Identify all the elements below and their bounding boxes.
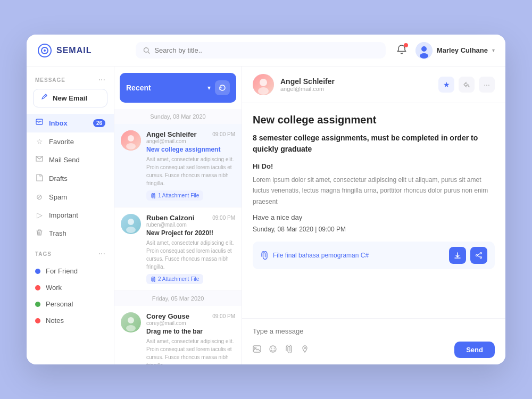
- user-name: Marley Culhane: [437, 46, 488, 54]
- email-subtitle: 8 semester college assignments, must be …: [253, 132, 495, 155]
- download-button[interactable]: [449, 247, 466, 264]
- emoji-icon[interactable]: [269, 345, 277, 355]
- tag-item-personal[interactable]: Personal: [27, 296, 114, 312]
- tag-dot-work: [35, 285, 40, 290]
- trash-icon: [35, 229, 44, 238]
- attachment-name: File final bahasa pemograman C#: [273, 252, 445, 259]
- attachment-count-2: 2 Attachment File: [158, 276, 199, 282]
- important-label: Important: [49, 211, 105, 219]
- tags-section-label: TAGS: [35, 251, 52, 257]
- email-item-2[interactable]: Ruben Calzoni 09:00 PM ruben@mail.com Ne…: [114, 207, 242, 291]
- message-section-label: MESSAGE: [35, 77, 65, 83]
- inbox-badge: 26: [93, 119, 105, 127]
- compose-area: Send: [242, 318, 505, 364]
- sidebar-item-inbox[interactable]: Inbox 26: [27, 114, 114, 132]
- tag-dot-notes: [35, 318, 40, 323]
- svg-point-12: [128, 219, 134, 225]
- send-button[interactable]: Send: [454, 342, 495, 358]
- spam-label: Spam: [49, 193, 105, 201]
- refresh-button[interactable]: [215, 80, 230, 95]
- tag-label-personal: Personal: [46, 300, 73, 308]
- sidebar-item-important[interactable]: ▷ Important: [27, 206, 114, 224]
- reply-button[interactable]: [459, 77, 475, 93]
- tags-header: TAGS ···: [27, 249, 114, 263]
- detail-sender-email: angel@mail.com: [280, 86, 432, 92]
- filter-label: Recent: [126, 84, 203, 92]
- compose-input[interactable]: [253, 325, 495, 342]
- email-addr-2: ruben@mail.com: [146, 222, 235, 228]
- star-button[interactable]: ★: [438, 77, 454, 93]
- tag-label-friend: For Friend: [46, 267, 78, 275]
- search-area[interactable]: [136, 42, 386, 59]
- inbox-label: Inbox: [49, 119, 88, 127]
- svg-point-21: [476, 255, 478, 256]
- sidebar: MESSAGE ··· New Email: [27, 66, 114, 364]
- email-sender-3: Corey Gouse: [146, 312, 189, 320]
- new-email-label: New Email: [53, 94, 87, 102]
- user-area[interactable]: Marley Culhane ▾: [415, 42, 495, 59]
- email-item-1[interactable]: Angel Schleifer 09:00 PM angel@mail.com …: [114, 124, 242, 207]
- location-icon[interactable]: [301, 345, 309, 355]
- mailsend-icon: [35, 155, 44, 164]
- filter-chevron-icon: ▾: [207, 84, 211, 92]
- important-icon: ▷: [35, 211, 44, 219]
- share-button[interactable]: [470, 247, 487, 264]
- email-body-text: Lorem ipsum dolor sit amet, consectetur …: [253, 174, 495, 207]
- message-more-icon[interactable]: ···: [98, 75, 105, 85]
- sidebar-item-drafts[interactable]: Drafts: [27, 169, 114, 188]
- email-sender-row-1: Angel Schleifer 09:00 PM: [146, 130, 235, 138]
- sidebar-item-trash[interactable]: Trash: [27, 224, 114, 243]
- notification-button[interactable]: [396, 44, 407, 56]
- more-button[interactable]: ···: [479, 77, 495, 93]
- chevron-down-icon: ▾: [492, 47, 495, 53]
- email-preview-2: Asit amet, consectetur adipiscing elit. …: [146, 239, 235, 271]
- email-detail: Angel Schleifer angel@mail.com ★ ··· New…: [242, 66, 505, 364]
- detail-avatar: [253, 74, 274, 95]
- compose-icon: [41, 94, 48, 103]
- attachment-icon[interactable]: [285, 345, 293, 355]
- main-body: MESSAGE ··· New Email: [27, 66, 505, 364]
- svg-point-16: [126, 325, 136, 331]
- svg-point-19: [258, 87, 269, 95]
- svg-point-9: [128, 135, 134, 142]
- tag-item-notes[interactable]: Notes: [27, 312, 114, 329]
- svg-point-28: [304, 347, 306, 348]
- svg-point-6: [420, 53, 428, 59]
- favorite-label: Favorite: [49, 138, 105, 146]
- email-avatar-1: [121, 130, 141, 151]
- image-icon[interactable]: [253, 345, 261, 355]
- email-sender-row-2: Ruben Calzoni 09:00 PM: [146, 214, 235, 222]
- tag-dot-friend: [35, 269, 40, 274]
- new-email-button[interactable]: New Email: [33, 89, 107, 107]
- favorite-icon: ☆: [35, 137, 44, 146]
- sidebar-message-header: MESSAGE ···: [27, 75, 114, 89]
- search-input[interactable]: [154, 46, 378, 54]
- tag-item-work[interactable]: Work: [27, 279, 114, 296]
- tag-label-work: Work: [46, 284, 62, 292]
- email-addr-3: corey@mail.com: [146, 320, 235, 326]
- email-preview-3: Asit amet, consectetur adipiscing elit. …: [146, 337, 235, 364]
- attachment-badge-1: 1 Attachment File: [146, 190, 203, 201]
- email-content-3: Corey Gouse 09:00 PM corey@mail.com Drag…: [146, 312, 235, 364]
- svg-rect-23: [253, 346, 261, 352]
- drafts-label: Drafts: [49, 174, 105, 182]
- logo-area: SEMAIL: [37, 43, 125, 58]
- date-separator-2: Friday, 05 Mar 2020: [114, 291, 242, 306]
- sidebar-item-mailsend[interactable]: Mail Send: [27, 151, 114, 169]
- logo-icon: [37, 43, 52, 58]
- paperclip-icon: [260, 251, 269, 260]
- email-body: New college assignment 8 semester colleg…: [242, 103, 505, 318]
- sidebar-item-favorite[interactable]: ☆ Favorite: [27, 132, 114, 151]
- sidebar-item-spam[interactable]: ⊘ Spam: [27, 188, 114, 206]
- spam-icon: ⊘: [35, 193, 44, 201]
- detail-actions: ★ ···: [438, 77, 495, 93]
- email-time-1: 09:00 PM: [212, 131, 235, 137]
- email-list: Recent ▾ Sunday, 08 Mar 2020: [114, 66, 242, 364]
- email-list-header[interactable]: Recent ▾: [120, 73, 236, 103]
- tag-item-friend[interactable]: For Friend: [27, 263, 114, 279]
- tag-dot-personal: [35, 302, 40, 307]
- svg-point-13: [126, 227, 136, 233]
- tags-more-icon[interactable]: ···: [98, 249, 105, 259]
- email-item-3[interactable]: Corey Gouse 09:00 PM corey@mail.com Drag…: [114, 306, 242, 364]
- svg-point-26: [271, 347, 272, 348]
